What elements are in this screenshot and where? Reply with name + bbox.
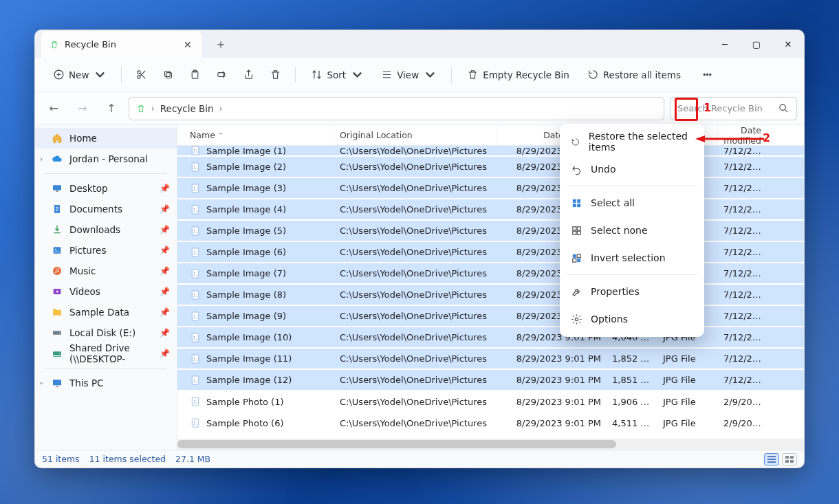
horizontal-scrollbar[interactable] [177, 439, 804, 450]
table-row[interactable]: Sample Image (7)C:\Users\Yodel\OneDrive\… [177, 263, 804, 285]
chevron-down-icon [424, 69, 436, 80]
sidebar-item-music[interactable]: Music📌 [35, 261, 177, 281]
svg-rect-58 [790, 460, 794, 463]
sidebar-label: Documents [69, 204, 122, 215]
more-button[interactable] [696, 65, 719, 85]
table-row[interactable]: Sample Image (8)C:\Users\Yodel\OneDrive\… [177, 285, 804, 306]
drive-icon [52, 327, 63, 338]
menu-options[interactable]: Options [560, 305, 704, 333]
rename-button[interactable] [210, 65, 233, 85]
tab-recycle-bin[interactable]: Recycle Bin ✕ [41, 30, 202, 58]
svg-rect-25 [53, 380, 61, 385]
sidebar-item-desktop[interactable]: Desktop📌 [35, 178, 177, 199]
table-row[interactable]: Sample Photo (1)C:\Users\Yodel\OneDrive\… [177, 391, 804, 413]
table-row[interactable]: Sample Image (3)C:\Users\Yodel\OneDrive\… [177, 178, 804, 199]
menu-invert-selection[interactable]: Invert selection [560, 244, 704, 272]
close-window-button[interactable]: ✕ [772, 30, 804, 58]
menu-restore-selected[interactable]: Restore the selected items [560, 128, 704, 155]
search-input[interactable]: Search Recycle Bin [670, 97, 797, 120]
doc-icon [52, 204, 63, 215]
table-row[interactable]: Sample Image (4)C:\Users\Yodel\OneDrive\… [177, 199, 804, 221]
tab-title: Recycle Bin [65, 39, 116, 50]
column-date-modified[interactable]: Date modified [718, 125, 767, 145]
restore-all-items-button[interactable]: Restore all items [580, 65, 688, 85]
table-row[interactable]: Sample Image (5)C:\Users\Yodel\OneDrive\… [177, 221, 804, 242]
details-view-button[interactable] [764, 453, 779, 465]
svg-point-8 [704, 74, 705, 75]
picture-icon [52, 245, 63, 256]
table-row[interactable]: Sample Image (10)C:\Users\Yodel\OneDrive… [177, 327, 804, 349]
sort-button[interactable]: Sort [304, 65, 370, 85]
copy-button[interactable] [157, 65, 179, 85]
sidebar-label: Local Disk (E:) [69, 327, 135, 338]
table-row[interactable]: Sample Image (1)C:\Users\Yodel\OneDrive\… [177, 146, 804, 157]
svg-rect-29 [192, 163, 198, 171]
table-row[interactable]: Sample Image (2)C:\Users\Yodel\OneDrive\… [177, 157, 804, 178]
sidebar-item-pictures[interactable]: Pictures📌 [35, 240, 177, 261]
expand-icon[interactable]: › [37, 382, 46, 384]
table-row[interactable]: Sample Image (6)C:\Users\Yodel\OneDrive\… [177, 242, 804, 263]
up-button[interactable]: ↑ [100, 97, 123, 120]
cut-button[interactable] [130, 65, 153, 85]
back-button[interactable]: ← [42, 97, 65, 120]
chevron-down-icon [351, 69, 363, 80]
svg-point-10 [710, 74, 711, 75]
sidebar-item-home[interactable]: Home [35, 128, 177, 149]
table-row[interactable]: Sample Image (11)C:\Users\Yodel\OneDrive… [177, 349, 804, 370]
table-row[interactable]: Sample Image (12)C:\Users\Yodel\OneDrive… [177, 370, 804, 391]
table-row[interactable]: Sample Image (9)C:\Users\Yodel\OneDrive\… [177, 306, 804, 327]
file-rows[interactable]: Sample Image (1)C:\Users\Yodel\OneDrive\… [177, 146, 804, 439]
sort-icon [311, 69, 323, 80]
column-name[interactable]: Name⌃ [184, 125, 334, 145]
menu-select-none[interactable]: Select none [560, 217, 704, 244]
paste-button[interactable] [184, 65, 206, 85]
maximize-button[interactable]: ▢ [741, 30, 772, 58]
pin-icon: 📌 [160, 245, 170, 255]
menu-select-all[interactable]: Select all [560, 189, 704, 217]
separator [121, 67, 122, 83]
column-original-location[interactable]: Original Location [334, 125, 497, 145]
scrollbar-thumb[interactable] [177, 440, 616, 448]
expand-icon[interactable]: › [40, 155, 43, 164]
sidebar-item-sample-data[interactable]: Sample Data📌 [35, 302, 177, 322]
svg-rect-45 [192, 333, 198, 342]
svg-rect-27 [192, 146, 198, 155]
menu-properties[interactable]: Properties [560, 278, 704, 305]
breadcrumb-root[interactable]: Recycle Bin [160, 103, 214, 114]
svg-rect-7 [218, 73, 225, 77]
cell-name: Sample Image (8) [184, 289, 334, 300]
cell-original-location: C:\Users\Yodel\OneDrive\Pictures [334, 183, 497, 193]
forward-button[interactable]: → [71, 97, 94, 120]
table-row[interactable]: Sample Photo (6)C:\Users\Yodel\OneDrive\… [177, 413, 804, 434]
minimize-button[interactable]: ─ [709, 30, 741, 58]
share-button[interactable] [237, 65, 260, 85]
cell-date-modified: 7/12/2023 [718, 375, 767, 385]
new-tab-button[interactable]: ＋ [215, 36, 227, 52]
status-item-count: 51 items [42, 454, 80, 464]
sidebar-label: Downloads [69, 224, 120, 235]
tab-close-button[interactable]: ✕ [184, 39, 192, 50]
svg-point-42 [194, 293, 195, 294]
view-button[interactable]: View [374, 65, 443, 85]
search-placeholder: Search Recycle Bin [677, 103, 772, 113]
folder-icon [52, 307, 63, 318]
cell-original-location: C:\Users\Yodel\OneDrive\Pictures [334, 353, 497, 364]
delete-button[interactable] [264, 65, 287, 85]
sidebar-item-local-disk-e-[interactable]: Local Disk (E:)📌 [35, 322, 177, 343]
select-all-icon [571, 197, 582, 209]
sidebar-item-onedrive[interactable]: › Jordan - Personal [35, 149, 177, 169]
address-bar[interactable]: › Recycle Bin › [129, 97, 664, 120]
menu-undo[interactable]: Undo [560, 155, 704, 183]
sidebar-item-videos[interactable]: Videos📌 [35, 281, 177, 302]
svg-point-46 [194, 336, 195, 337]
thumbnails-view-button[interactable] [782, 453, 797, 465]
sidebar-item-downloads[interactable]: Downloads📌 [35, 219, 177, 240]
new-button[interactable]: New [46, 65, 113, 85]
empty-recycle-bin-button[interactable]: Empty Recycle Bin [460, 65, 576, 85]
svg-rect-68 [577, 254, 580, 257]
cloud-icon [52, 153, 63, 164]
cell-original-location: C:\Users\Yodel\OneDrive\Pictures [334, 204, 497, 215]
sidebar-item-this-pc[interactable]: › This PC [35, 373, 177, 393]
sidebar-item-documents[interactable]: Documents📌 [35, 199, 177, 219]
sidebar-item-shared-drive-desktop-[interactable]: Shared Drive (\\DESKTOP-📌 [35, 343, 177, 364]
